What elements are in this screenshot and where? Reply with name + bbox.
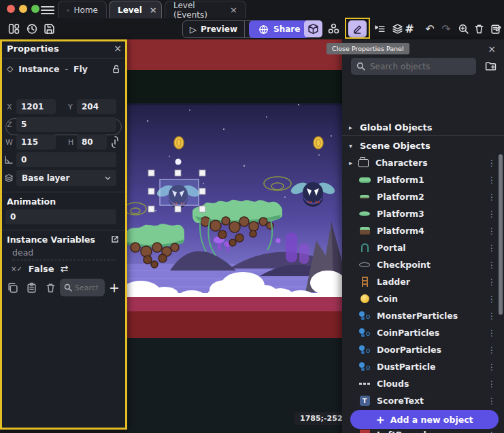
item-menu-icon[interactable]: ⋮	[485, 209, 499, 219]
object-row[interactable]: Coin ⋮	[342, 290, 499, 307]
object-row[interactable]: CoinParticles ⋮	[342, 324, 499, 341]
tab-label: Home	[74, 5, 98, 15]
instances-list-icon[interactable]	[371, 20, 388, 37]
w-input[interactable]	[16, 135, 56, 150]
item-menu-icon[interactable]: ⋮	[485, 396, 499, 406]
scene-notes-icon[interactable]	[487, 20, 504, 37]
add-object-button[interactable]: + Add a new object	[350, 410, 499, 429]
variable-value-row[interactable]: ×✓ False ⇄	[0, 261, 127, 276]
coin-instance[interactable]	[174, 137, 184, 149]
3d-view-icon[interactable]	[304, 20, 322, 37]
tab-close-icon[interactable]: ×	[150, 5, 157, 15]
angle-input[interactable]	[16, 152, 116, 167]
y-input[interactable]	[77, 99, 116, 114]
open-variables-icon[interactable]	[111, 235, 119, 243]
particles-thumbnail	[359, 362, 370, 372]
share-button[interactable]: Share	[249, 20, 309, 38]
main-menu-icon[interactable]	[41, 4, 54, 14]
history-icon[interactable]	[23, 20, 39, 37]
tab-home[interactable]: Home	[58, 1, 107, 18]
object-groups-icon[interactable]	[324, 20, 342, 37]
checkpoint-thumbnail	[359, 262, 370, 267]
panels-layout-icon[interactable]	[5, 20, 22, 37]
delete-icon[interactable]	[470, 20, 488, 37]
object-row[interactable]: MonsterParticles ⋮	[342, 307, 499, 324]
copy-icon[interactable]	[7, 282, 18, 294]
folder-icon	[358, 159, 369, 167]
item-menu-icon[interactable]: ⋮	[485, 175, 499, 185]
item-menu-icon[interactable]: ⋮	[485, 362, 499, 372]
z-input[interactable]	[16, 117, 116, 132]
ladder-thumbnail	[362, 277, 368, 287]
item-menu-icon[interactable]: ⋮	[485, 192, 499, 202]
layer-select[interactable]: Base layer	[16, 170, 116, 186]
tab-level[interactable]: Level ×	[109, 1, 162, 18]
global-objects-group[interactable]: ▸ Global Objects	[342, 119, 504, 135]
object-row[interactable]: Platform3 ⋮	[342, 205, 499, 222]
item-menu-icon[interactable]: ⋮	[485, 277, 499, 287]
h-input[interactable]	[77, 135, 107, 150]
item-menu-icon[interactable]: ⋮	[485, 311, 499, 321]
play-icon: ▷	[190, 24, 197, 35]
objects-search[interactable]	[351, 58, 476, 75]
close-properties-icon[interactable]: ×	[114, 43, 122, 54]
x-input[interactable]	[16, 99, 56, 114]
particle-dot	[175, 159, 182, 165]
object-row[interactable]: Platform1 ⋮	[342, 171, 499, 188]
close-objects-icon[interactable]: ×	[488, 44, 496, 54]
variables-search-input[interactable]	[75, 283, 98, 292]
window-zoom-button[interactable]	[31, 5, 39, 13]
objects-scrollbar[interactable]	[499, 154, 503, 315]
object-row[interactable]: T ScoreText ⋮	[342, 392, 499, 409]
item-menu-icon[interactable]: ⋮	[485, 430, 499, 433]
save-icon[interactable]	[41, 20, 57, 37]
variables-search[interactable]	[60, 279, 105, 296]
item-menu-icon[interactable]: ⋮	[485, 243, 499, 253]
variable-name[interactable]: dead	[12, 247, 116, 260]
scene-objects-group[interactable]: ▾ Scene Objects	[342, 137, 504, 154]
objects-search-input[interactable]	[370, 62, 472, 71]
item-menu-icon[interactable]: ⋮	[485, 294, 499, 304]
object-row[interactable]: Ladder ⋮	[342, 273, 499, 290]
object-row[interactable]: Platform4 ⋮	[342, 222, 499, 239]
x-label: X	[7, 103, 12, 111]
tab-level-events[interactable]: Level (Events) ×	[165, 1, 246, 18]
chevron-right-icon[interactable]: ▸	[349, 124, 356, 131]
item-menu-icon[interactable]: ⋮	[485, 345, 499, 355]
object-row[interactable]: DoorParticles ⋮	[342, 341, 499, 358]
selection-rectangle[interactable]	[160, 179, 199, 205]
object-row[interactable]: DustParticle ⋮	[342, 358, 499, 375]
tab-close-icon[interactable]: ×	[230, 5, 237, 15]
chevron-down-icon[interactable]: ▾	[349, 142, 356, 150]
coin-instance[interactable]	[314, 137, 323, 149]
search-icon	[64, 283, 72, 292]
item-menu-icon[interactable]: ⋮	[485, 328, 499, 338]
paste-icon[interactable]	[26, 282, 37, 294]
object-row-characters[interactable]: ▸ Characters ⋮	[342, 154, 499, 171]
object-row[interactable]: Portal ⋮	[342, 239, 499, 256]
item-menu-icon[interactable]: ⋮	[485, 226, 499, 236]
grid-icon[interactable]: #	[401, 20, 418, 37]
window-close-button[interactable]	[7, 5, 15, 13]
tab-label: Level	[118, 5, 142, 15]
animation-input[interactable]	[5, 209, 116, 224]
object-row[interactable]: Clouds ⋮	[342, 375, 499, 392]
trash-icon[interactable]	[45, 282, 56, 294]
add-folder-icon[interactable]	[485, 60, 497, 72]
unlock-icon[interactable]	[112, 65, 120, 73]
object-row[interactable]: Checkpoint ⋮	[342, 256, 499, 273]
toggle-value-icon[interactable]: ⇄	[61, 263, 69, 274]
redo-icon[interactable]: ↷	[438, 20, 454, 37]
item-menu-icon[interactable]: ⋮	[485, 260, 499, 270]
undo-icon[interactable]: ↶	[422, 20, 438, 37]
object-row[interactable]: Platform2 ⋮	[342, 188, 499, 205]
item-menu-icon[interactable]: ⋮	[485, 379, 499, 389]
instance-icon: ◇	[7, 64, 13, 73]
add-variable-icon[interactable]: +	[109, 280, 120, 295]
portal-thumbnail	[361, 243, 369, 252]
window-minimize-button[interactable]	[19, 5, 27, 13]
chevron-right-icon[interactable]: ▸	[349, 159, 356, 167]
item-menu-icon[interactable]: ⋮	[485, 158, 499, 168]
aspect-lock-icon[interactable]	[111, 136, 119, 148]
edit-properties-icon[interactable]	[348, 20, 367, 37]
